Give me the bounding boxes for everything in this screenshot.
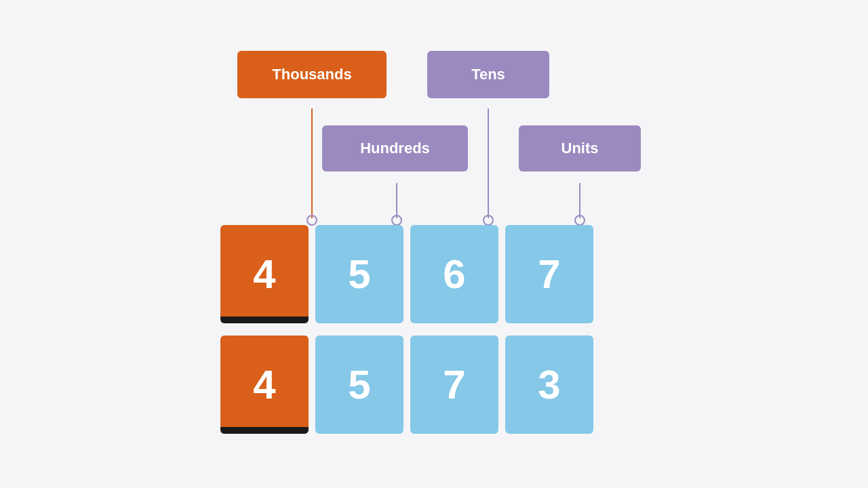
row2-tile-units: 3 (505, 336, 593, 434)
row1-tile-units: 7 (505, 225, 593, 323)
tens-label: Tens (427, 51, 549, 98)
units-label: Units (519, 125, 641, 171)
svg-point-1 (307, 216, 317, 225)
svg-point-3 (392, 216, 401, 225)
place-value-diagram: Thousands Hundreds Tens Units 4 5 6 7 4 … (197, 41, 671, 447)
row1-tile-tens: 6 (410, 225, 498, 323)
row1-tile-thousands: 4 (220, 225, 309, 323)
row2-tile-tens: 7 (410, 336, 498, 434)
thousands-label: Thousands (237, 51, 387, 98)
row1-tile-hundreds: 5 (315, 225, 403, 323)
svg-point-5 (484, 216, 493, 225)
svg-point-7 (575, 216, 585, 225)
row2-tile-hundreds: 5 (315, 336, 403, 434)
hundreds-label: Hundreds (322, 125, 468, 171)
row2-tile-thousands: 4 (220, 336, 309, 434)
